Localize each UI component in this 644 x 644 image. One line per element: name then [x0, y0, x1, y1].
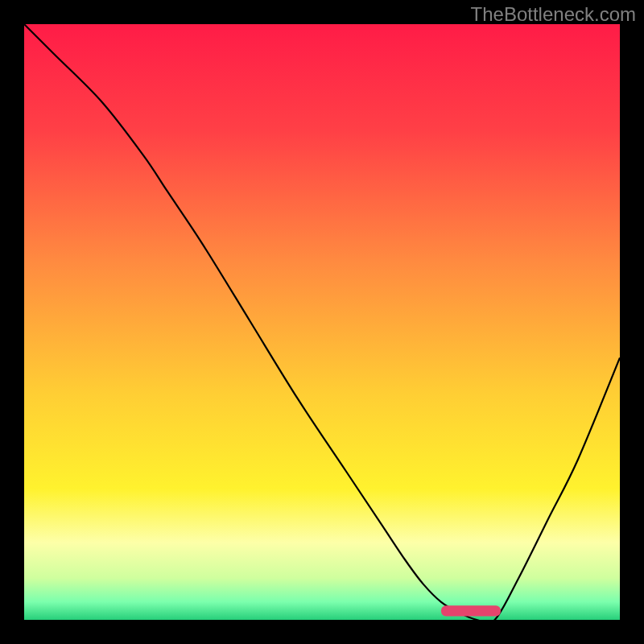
optimal-range-marker — [441, 605, 501, 616]
bottleneck-chart — [0, 0, 644, 644]
plot-background — [24, 24, 620, 620]
watermark-text: TheBottleneck.com — [471, 3, 636, 26]
